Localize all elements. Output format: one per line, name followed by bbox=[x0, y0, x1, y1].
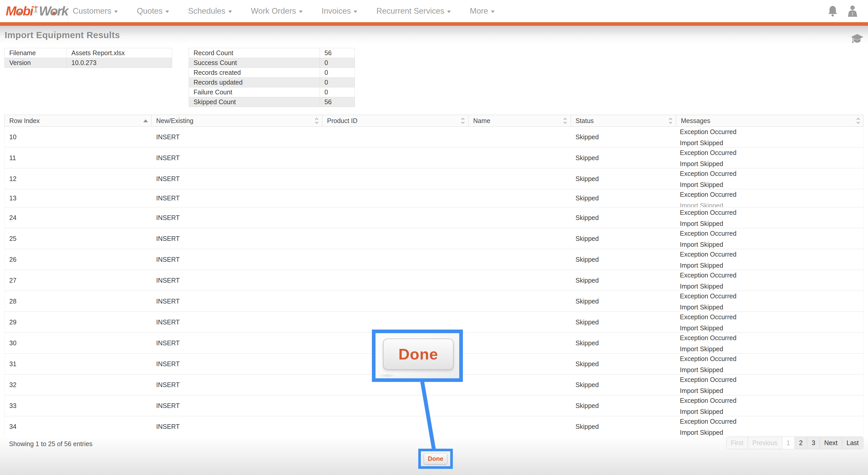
cell-row-index: 24 bbox=[5, 207, 152, 228]
file-info-row: FilenameAssets Report.xlsx bbox=[4, 48, 172, 58]
cell-new-existing: INSERT bbox=[152, 228, 322, 249]
pagination-1[interactable]: 1 bbox=[782, 437, 795, 449]
table-row: 27INSERTSkippedException OccurredImport … bbox=[5, 270, 863, 291]
column-header-label: New/Existing bbox=[156, 117, 193, 124]
message-line: Exception Occurred bbox=[680, 230, 864, 237]
cell-messages: Exception OccurredImport Skipped bbox=[676, 395, 864, 416]
navbar-right bbox=[828, 5, 868, 17]
pagination-first[interactable]: First bbox=[726, 437, 748, 449]
cell-product-id bbox=[322, 416, 468, 437]
message-line: Exception Occurred bbox=[680, 397, 864, 404]
page-header: Import Equipment Results bbox=[0, 26, 868, 50]
cell-product-id bbox=[322, 312, 468, 332]
cell-name bbox=[468, 249, 571, 270]
nav-item-work-orders[interactable]: Work Orders bbox=[251, 6, 303, 16]
column-header-row-index[interactable]: Row Index bbox=[5, 115, 152, 126]
cell-messages: Exception OccurredImport Skipped bbox=[676, 333, 864, 353]
cell-new-existing: INSERT bbox=[152, 333, 322, 353]
pagination-next[interactable]: Next bbox=[819, 437, 842, 449]
table-row: 13INSERTSkippedException OccurredImport … bbox=[5, 189, 863, 207]
user-account-icon[interactable] bbox=[847, 5, 858, 17]
cell-status: Skipped bbox=[571, 127, 676, 147]
cell-status: Skipped bbox=[571, 228, 676, 249]
results-table-header: Row IndexNew/ExistingProduct IDNameStatu… bbox=[4, 115, 863, 127]
nav-item-quotes[interactable]: Quotes bbox=[137, 6, 169, 16]
cell-product-id bbox=[322, 291, 468, 311]
logo-text-mobi: Mobi bbox=[6, 5, 33, 18]
message-line: Exception Occurred bbox=[680, 271, 864, 279]
summary-row-value: 56 bbox=[320, 98, 332, 106]
nav-item-label: Quotes bbox=[137, 6, 163, 16]
done-button[interactable]: Done bbox=[424, 453, 447, 465]
nav-item-recurrent-services[interactable]: Recurrent Services bbox=[376, 6, 451, 16]
message-line: Import Skipped bbox=[680, 262, 864, 269]
cell-messages: Exception OccurredImport Skipped bbox=[676, 291, 864, 311]
cell-row-index: 32 bbox=[5, 375, 152, 395]
column-header-product-id[interactable]: Product ID bbox=[322, 115, 468, 126]
column-header-new-existing[interactable]: New/Existing bbox=[152, 115, 322, 126]
summary-row-label: Records created bbox=[189, 68, 320, 77]
sort-both-icon bbox=[563, 117, 567, 124]
table-row: 10INSERTSkippedException OccurredImport … bbox=[5, 127, 863, 148]
cell-product-id bbox=[322, 270, 468, 291]
cell-name bbox=[468, 312, 571, 332]
cell-name bbox=[468, 189, 571, 207]
sort-ascending-icon bbox=[143, 119, 148, 122]
summary-row: Failure Count0 bbox=[189, 87, 355, 97]
cell-product-id bbox=[322, 228, 468, 249]
cell-new-existing: INSERT bbox=[152, 416, 322, 437]
cell-name bbox=[468, 168, 571, 189]
column-header-name[interactable]: Name bbox=[468, 115, 571, 126]
pagination-2[interactable]: 2 bbox=[795, 437, 807, 449]
message-line: Exception Occurred bbox=[680, 418, 864, 425]
cell-row-index: 27 bbox=[5, 270, 152, 291]
nav-item-invoices[interactable]: Invoices bbox=[322, 6, 358, 16]
cell-status: Skipped bbox=[571, 354, 676, 374]
cell-new-existing: INSERT bbox=[152, 395, 322, 416]
column-header-label: Product ID bbox=[327, 117, 358, 124]
nav-item-more[interactable]: More bbox=[470, 6, 495, 16]
message-line: Exception Occurred bbox=[680, 128, 864, 136]
nav-item-customers[interactable]: Customers bbox=[73, 6, 118, 16]
nav-item-schedules[interactable]: Schedules bbox=[188, 6, 232, 16]
graduation-cap-icon[interactable] bbox=[850, 33, 864, 46]
table-row: 12INSERTSkippedException OccurredImport … bbox=[5, 168, 863, 189]
cell-row-index: 28 bbox=[5, 291, 152, 311]
column-header-label: Row Index bbox=[9, 117, 40, 124]
cell-product-id bbox=[322, 148, 468, 168]
cell-status: Skipped bbox=[571, 333, 676, 353]
column-header-messages[interactable]: Messages bbox=[676, 115, 864, 126]
mobiwork-logo[interactable]: Mobi Work bbox=[0, 0, 68, 22]
nav-item-label: Work Orders bbox=[251, 6, 296, 16]
summary-row-label: Record Count bbox=[189, 48, 320, 58]
cell-row-index: 26 bbox=[5, 249, 152, 270]
done-button-highlight: Done bbox=[418, 449, 453, 469]
pagination-previous[interactable]: Previous bbox=[748, 437, 782, 449]
chevron-down-icon bbox=[228, 10, 232, 13]
pagination-last[interactable]: Last bbox=[842, 437, 863, 449]
cell-product-id bbox=[322, 395, 468, 416]
cell-row-index: 25 bbox=[5, 228, 152, 249]
summary-row-value: 0 bbox=[320, 79, 328, 86]
import-summary-table: Record Count56Success Count0Records crea… bbox=[189, 48, 355, 107]
message-line: Import Skipped bbox=[680, 241, 864, 248]
cell-status: Skipped bbox=[571, 416, 676, 437]
pagination-3[interactable]: 3 bbox=[807, 437, 819, 449]
message-line: Exception Occurred bbox=[680, 334, 864, 342]
summary-row-label: Records updated bbox=[189, 78, 320, 87]
cell-new-existing: INSERT bbox=[152, 354, 322, 374]
sort-both-icon bbox=[668, 117, 673, 124]
summary-row: Records updated0 bbox=[189, 78, 355, 87]
notifications-bell-icon[interactable] bbox=[828, 5, 838, 17]
column-header-status[interactable]: Status bbox=[571, 115, 676, 126]
cell-messages: Exception OccurredImport Skipped bbox=[676, 207, 864, 228]
cell-status: Skipped bbox=[571, 312, 676, 332]
message-line: Import Skipped bbox=[680, 345, 864, 353]
showing-entries-text: Showing 1 to 25 of 56 entries bbox=[9, 440, 93, 448]
file-info-row-label: Filename bbox=[5, 48, 67, 58]
cell-new-existing: INSERT bbox=[152, 375, 322, 395]
summary-row-value: 0 bbox=[320, 59, 328, 66]
cell-new-existing: INSERT bbox=[152, 291, 322, 311]
cell-status: Skipped bbox=[571, 168, 676, 189]
cell-name bbox=[468, 395, 571, 416]
